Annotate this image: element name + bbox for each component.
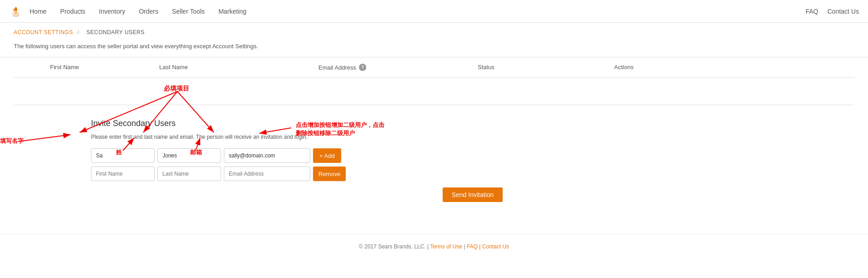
nav-faq[interactable]: FAQ xyxy=(806,8,818,15)
first-name-input-2[interactable] xyxy=(91,167,155,181)
form-row-1: + Add xyxy=(91,148,854,163)
nav-seller-tools[interactable]: Seller Tools xyxy=(172,0,205,22)
nav-right: FAQ Contact Us xyxy=(806,8,859,15)
invite-description: Please enter first and last name and ema… xyxy=(91,134,854,140)
col-actions: Actions xyxy=(614,64,854,71)
nav-inventory[interactable]: Inventory xyxy=(99,0,126,22)
footer: © 2017 Sears Brands, LLC. | Terms of Use… xyxy=(0,234,868,259)
nav-links: Home Products Inventory Orders Seller To… xyxy=(30,0,806,22)
breadcrumb-current: SECONDARY USERS xyxy=(86,29,145,35)
add-button[interactable]: + Add xyxy=(313,148,341,163)
email-input-1[interactable] xyxy=(224,148,310,163)
form-row-2: Remove xyxy=(91,167,854,181)
last-name-input-2[interactable] xyxy=(157,167,221,181)
svg-line-8 xyxy=(259,128,291,133)
col-email: Email Address ? xyxy=(318,64,478,71)
empty-rows xyxy=(14,78,854,105)
send-invitation-button[interactable]: Send Invitation xyxy=(443,187,503,202)
nav-marketing[interactable]: Marketing xyxy=(218,0,246,22)
footer-terms[interactable]: Terms of Use xyxy=(430,243,462,250)
breadcrumb-bar: ACCOUNT SETTINGS / SECONDARY USERS xyxy=(0,23,868,40)
page-description: The following users can access the selle… xyxy=(0,40,868,57)
footer-faq[interactable]: FAQ xyxy=(467,243,478,250)
nav-products[interactable]: Products xyxy=(60,0,85,22)
nav-orders[interactable]: Orders xyxy=(139,0,158,22)
footer-contact[interactable]: Contact Us xyxy=(482,243,509,250)
table-section: First Name Last Name Email Address ? Sta… xyxy=(0,57,868,105)
breadcrumb-parent[interactable]: ACCOUNT SETTINGS xyxy=(14,29,73,35)
svg-line-5 xyxy=(18,135,71,142)
logo-icon[interactable] xyxy=(9,5,23,18)
nav-contact-us[interactable]: Contact Us xyxy=(828,8,859,15)
breadcrumb-separator: / xyxy=(77,29,79,35)
footer-text: © 2017 Sears Brands, LLC. | xyxy=(359,243,429,250)
breadcrumb: ACCOUNT SETTINGS / SECONDARY USERS xyxy=(14,29,854,35)
annotation-fill-name: 填写名字 xyxy=(0,137,24,145)
nav-bar: Home Products Inventory Orders Seller To… xyxy=(0,0,868,23)
remove-button[interactable]: Remove xyxy=(313,167,346,181)
col-first-name: First Name xyxy=(14,64,159,71)
first-name-input-1[interactable] xyxy=(91,148,155,163)
nav-home[interactable]: Home xyxy=(30,0,46,22)
email-input-2[interactable] xyxy=(224,167,310,181)
email-help-icon[interactable]: ? xyxy=(359,64,366,71)
last-name-input-1[interactable] xyxy=(157,148,221,163)
table-header: First Name Last Name Email Address ? Sta… xyxy=(14,57,854,78)
col-last-name: Last Name xyxy=(159,64,318,71)
col-status: Status xyxy=(478,64,614,71)
invite-section: Invite Secondary Users Please enter firs… xyxy=(0,105,868,216)
invite-title: Invite Secondary Users xyxy=(91,119,854,128)
